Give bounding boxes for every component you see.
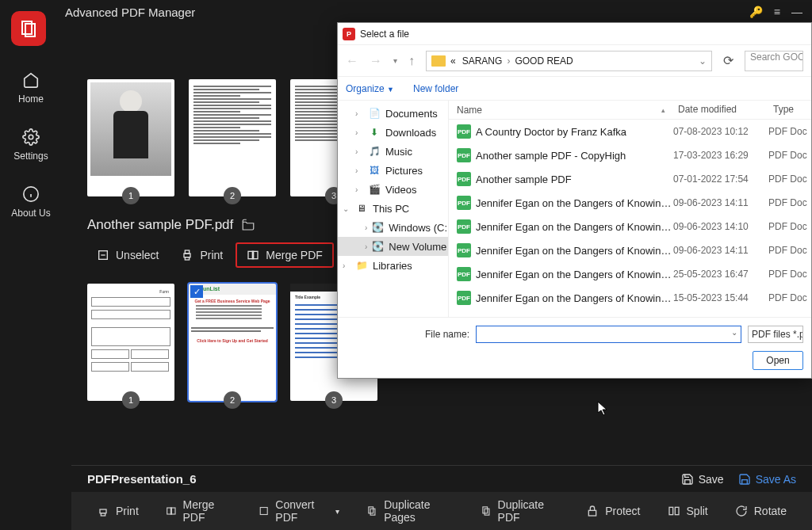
convert-pdf-button[interactable]: Convert PDF▾ xyxy=(249,494,350,528)
tree-documents[interactable]: ›📄Documents xyxy=(338,104,448,123)
print-button[interactable]: Print xyxy=(87,500,148,522)
tree-thispc[interactable]: ⌄🖥This PC xyxy=(338,199,448,218)
duplicate-pages-button[interactable]: Duplicate Pages xyxy=(357,494,462,528)
new-folder-button[interactable]: New folder xyxy=(413,83,458,94)
file-name: Jennifer Egan on the Dangers of Knowing.… xyxy=(476,269,673,280)
sort-arrow-icon: ▴ xyxy=(661,106,665,114)
file-row[interactable]: PDFJennifer Egan on the Dangers of Knowi… xyxy=(449,238,811,262)
chevron-down-icon[interactable]: ⌄ xyxy=(731,328,737,337)
filename-label: File name: xyxy=(425,329,469,340)
folder-icon xyxy=(431,55,446,67)
sidebar-about-label: About Us xyxy=(11,208,50,219)
column-header-date[interactable]: Date modified xyxy=(673,101,768,119)
file-type: PDF Doc xyxy=(768,197,811,208)
up-button[interactable]: ↑ xyxy=(408,54,415,68)
breadcrumb[interactable]: GOOD READ xyxy=(513,55,574,67)
rotate-icon xyxy=(735,505,748,517)
folder-tree: ›📄Documents ›⬇Downloads ›🎵Music ›🖼Pictur… xyxy=(338,101,449,317)
chevron-down-icon[interactable]: ⌄ xyxy=(699,55,707,67)
sidebar-home[interactable]: Home xyxy=(18,71,44,105)
filename-input[interactable]: ⌄ xyxy=(476,326,741,343)
file-type: PDF Doc xyxy=(768,269,811,280)
unselect-button[interactable]: Unselect xyxy=(87,244,168,266)
drive-icon: 💽 xyxy=(372,221,384,234)
pdf-file-icon: PDF xyxy=(457,219,471,234)
file-name: Jennifer Egan on the Dangers of Knowing.… xyxy=(476,221,673,233)
unselect-icon xyxy=(97,249,109,261)
file-type-filter[interactable]: PDF files *.pdf xyxy=(748,326,803,343)
file-name: Jennifer Egan on the Dangers of Knowing.… xyxy=(476,197,673,209)
breadcrumb[interactable]: SARANG xyxy=(461,55,504,67)
folder-icon: 📁 xyxy=(355,259,368,272)
file-row[interactable]: PDFJennifer Egan on the Dangers of Knowi… xyxy=(449,286,811,310)
tree-videos[interactable]: ›🎬Videos xyxy=(338,180,448,199)
merge-pdf-button[interactable]: Merge PDF xyxy=(236,242,334,268)
file-date: 15-05-2023 15:44 xyxy=(673,292,768,303)
music-icon: 🎵 xyxy=(368,145,381,158)
file-row[interactable]: PDFJennifer Egan on the Dangers of Knowi… xyxy=(449,262,811,286)
file-row[interactable]: PDFAnother sample PDF - CopyHigh17-03-20… xyxy=(449,143,811,167)
save-as-button[interactable]: Save As xyxy=(738,473,796,486)
print-button[interactable]: Print xyxy=(171,244,232,266)
address-bar[interactable]: « SARANG › GOOD READ ⌄ xyxy=(426,51,712,71)
page-thumb[interactable]: 2 xyxy=(189,79,276,196)
pdf-file-icon: PDF xyxy=(457,148,471,162)
back-button[interactable]: ← xyxy=(346,54,358,68)
file-type: PDF Doc xyxy=(768,173,811,185)
page-thumb[interactable]: ✓ 🔶DunList Get a FREE Business Service W… xyxy=(189,284,276,401)
column-header-type[interactable]: Type xyxy=(768,101,811,119)
drive-icon: 💽 xyxy=(372,240,384,253)
key-icon[interactable]: 🔑 xyxy=(749,6,763,18)
dialog-title: Select a file xyxy=(360,29,409,40)
document-icon: 📄 xyxy=(368,107,381,120)
menu-icon[interactable]: ≡ xyxy=(774,6,780,18)
sidebar-settings[interactable]: Settings xyxy=(13,128,48,162)
tree-windows-c[interactable]: ›💽Windows (C: xyxy=(338,218,448,237)
minimize-icon[interactable]: — xyxy=(791,6,802,18)
tree-libraries[interactable]: ›📁Libraries xyxy=(338,256,448,275)
save-button[interactable]: Save xyxy=(681,473,724,486)
search-input[interactable]: Search GOOD READ xyxy=(745,51,803,71)
page-number-badge: 1 xyxy=(122,187,140,204)
recent-dropdown[interactable]: ▾ xyxy=(393,56,397,65)
pdf-file-icon: PDF xyxy=(457,267,471,281)
organize-menu[interactable]: Organize ▼ xyxy=(346,83,394,94)
forward-button[interactable]: → xyxy=(370,54,382,68)
tree-pictures[interactable]: ›🖼Pictures xyxy=(338,161,448,180)
file-name: A Country Doctor by Franz Kafka xyxy=(476,126,673,138)
file-row[interactable]: PDFJennifer Egan on the Dangers of Knowi… xyxy=(449,191,811,215)
refresh-button[interactable]: ⟳ xyxy=(723,53,733,68)
protect-button[interactable]: Protect xyxy=(576,500,649,522)
file-date: 07-01-2022 17:54 xyxy=(673,173,768,185)
sidebar-about[interactable]: About Us xyxy=(11,185,50,219)
page-thumb[interactable]: 1 xyxy=(87,79,174,196)
open-button[interactable]: Open xyxy=(753,351,803,370)
pc-icon: 🖥 xyxy=(355,202,368,215)
download-icon: ⬇ xyxy=(368,126,381,139)
lock-icon xyxy=(586,505,599,517)
column-header-name[interactable]: Name▴ xyxy=(449,101,673,119)
page-thumb[interactable]: Form 1 xyxy=(87,284,174,401)
merge-pdf-button[interactable]: Merge PDF xyxy=(156,494,241,528)
tree-downloads[interactable]: ›⬇Downloads xyxy=(338,123,448,142)
app-logo xyxy=(11,11,46,46)
file-row[interactable]: PDFAnother sample PDF07-01-2022 17:54PDF… xyxy=(449,167,811,191)
page-number-badge: 3 xyxy=(325,391,343,409)
sidebar-settings-label: Settings xyxy=(13,151,48,162)
file-type: PDF Doc xyxy=(768,126,811,137)
rotate-button[interactable]: Rotate xyxy=(726,500,796,522)
file-row[interactable]: PDFA Country Doctor by Franz Kafka07-08-… xyxy=(449,120,811,143)
file-row[interactable]: PDFJennifer Egan on the Dangers of Knowi… xyxy=(449,215,811,238)
duplicate-pdf-button[interactable]: Duplicate PDF xyxy=(471,494,569,528)
check-icon: ✓ xyxy=(190,285,203,298)
svg-rect-9 xyxy=(186,250,190,254)
svg-rect-17 xyxy=(260,508,267,515)
save-as-icon xyxy=(738,473,751,486)
svg-rect-10 xyxy=(186,257,190,260)
open-folder-icon[interactable] xyxy=(241,218,255,232)
split-button[interactable]: Split xyxy=(658,500,718,522)
merge-icon xyxy=(247,249,259,261)
pdf-file-icon: PDF xyxy=(457,243,471,257)
tree-music[interactable]: ›🎵Music xyxy=(338,142,448,161)
tree-new-volume[interactable]: ›💽New Volume xyxy=(338,237,448,256)
